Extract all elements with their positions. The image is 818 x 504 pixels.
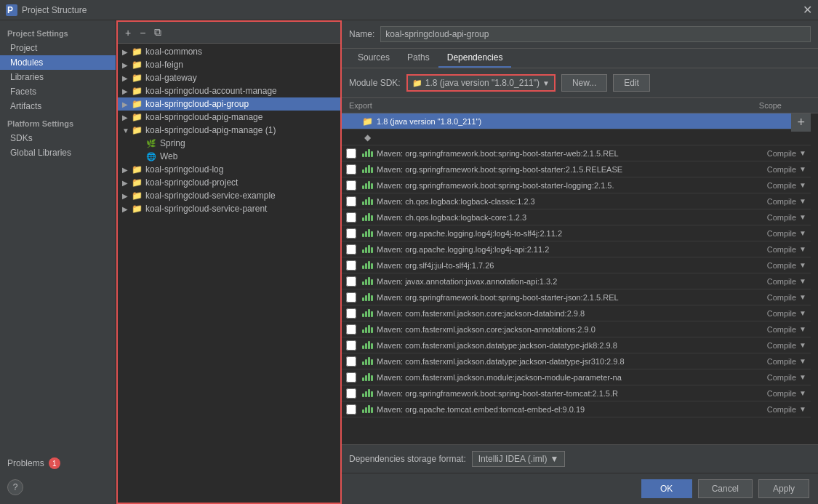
dep-scope-arrow[interactable]: ▼: [799, 181, 806, 189]
copy-module-button[interactable]: ⧉: [151, 25, 164, 40]
dep-row-dep4[interactable]: Maven: ch.qos.logback:logback-classic:1.…: [342, 193, 811, 209]
dep-row-dep16[interactable]: Maven: org.springframework.boot:spring-b…: [342, 385, 811, 401]
folder-icon: 📁: [131, 177, 143, 188]
dep-row-dep1[interactable]: Maven: org.springframework.boot:spring-b…: [342, 145, 811, 161]
tab-dependencies[interactable]: Dependencies: [438, 49, 512, 68]
dep-scope-arrow[interactable]: ▼: [799, 309, 806, 317]
dep-scope-arrow[interactable]: ▼: [799, 341, 806, 349]
dep-checkbox[interactable]: [346, 244, 356, 255]
dep-label: Maven: org.springframework.boot:spring-b…: [377, 293, 753, 302]
help-button[interactable]: ?: [7, 479, 23, 495]
dep-checkbox[interactable]: [346, 372, 356, 383]
ok-button[interactable]: OK: [641, 479, 692, 498]
edit-sdk-button[interactable]: Edit: [613, 74, 650, 92]
dep-row-jdk-1.8[interactable]: 📁1.8 (java version "1.8.0_211"): [342, 113, 811, 129]
tab-paths[interactable]: Paths: [398, 49, 438, 68]
maven-icon: [361, 276, 374, 287]
dep-row-dep10[interactable]: Maven: org.springframework.boot:spring-b…: [342, 289, 811, 305]
dep-checkbox[interactable]: [346, 340, 356, 351]
dep-row-dep14[interactable]: Maven: com.fasterxml.jackson.datatype:ja…: [342, 353, 811, 369]
new-sdk-button[interactable]: New...: [561, 74, 607, 92]
tree-item-koal-springcloud-api-group[interactable]: ▶📁koal-springcloud-api-group: [118, 97, 340, 111]
dep-scope-arrow[interactable]: ▼: [799, 261, 806, 269]
tree-item-koal-commons[interactable]: ▶📁koal-commons: [118, 45, 340, 58]
dep-scope-arrow[interactable]: ▼: [799, 325, 806, 333]
tree-item-koal-feign[interactable]: ▶📁koal-feign: [118, 58, 340, 71]
sidebar-item-sdks[interactable]: SDKs: [0, 131, 116, 145]
folder-icon: 📁: [131, 204, 143, 214]
tree-item-koal-springcloud-account-manage[interactable]: ▶📁koal-springcloud-account-manage: [118, 84, 340, 97]
dep-checkbox[interactable]: [346, 292, 356, 303]
sidebar-item-facets[interactable]: Facets: [0, 84, 116, 99]
folder-icon: 📁: [131, 191, 143, 201]
dep-checkbox[interactable]: [346, 308, 356, 319]
tree-item-web[interactable]: 🌐Web: [118, 150, 340, 163]
sidebar-item-libraries[interactable]: Libraries: [0, 70, 116, 84]
dep-checkbox[interactable]: [346, 212, 356, 223]
tree-item-koal-springcloud-apig-manage-1[interactable]: ▼📁koal-springcloud-apig-manage (1): [118, 124, 340, 137]
tree-item-koal-springcloud-apig-manage[interactable]: ▶📁koal-springcloud-apig-manage: [118, 111, 340, 124]
tree-item-koal-springcloud-log[interactable]: ▶📁koal-springcloud-log: [118, 163, 340, 176]
web-icon: 🌐: [145, 151, 157, 161]
add-module-button[interactable]: +: [122, 25, 134, 40]
remove-module-button[interactable]: −: [137, 25, 148, 40]
dep-scope-arrow[interactable]: ▼: [799, 357, 806, 365]
dep-scope-arrow[interactable]: ▼: [799, 149, 806, 157]
dep-scope-arrow[interactable]: ▼: [799, 373, 806, 381]
tree-item-koal-springcloud-service-parent[interactable]: ▶📁koal-springcloud-service-parent: [118, 202, 340, 215]
maven-icon: [361, 180, 374, 191]
dep-checkbox[interactable]: [346, 196, 356, 207]
name-input[interactable]: [380, 26, 811, 42]
dep-scope-arrow[interactable]: ▼: [799, 165, 806, 173]
dep-checkbox[interactable]: [346, 180, 356, 191]
dep-row-dep5[interactable]: Maven: ch.qos.logback:logback-core:1.2.3…: [342, 209, 811, 225]
sdk-selector[interactable]: 📁 1.8 (java version "1.8.0_211") ▼: [406, 74, 556, 92]
dep-row-dep11[interactable]: Maven: com.fasterxml.jackson.core:jackso…: [342, 305, 811, 321]
dep-row-dep15[interactable]: Maven: com.fasterxml.jackson.module:jack…: [342, 369, 811, 385]
dep-row-dep12[interactable]: Maven: com.fasterxml.jackson.core:jackso…: [342, 321, 811, 337]
dep-scope-arrow[interactable]: ▼: [799, 389, 806, 397]
dep-checkbox[interactable]: [346, 148, 356, 159]
dep-row-dep2[interactable]: Maven: org.springframework.boot:spring-b…: [342, 161, 811, 177]
dep-row-dep7[interactable]: Maven: org.apache.logging.log4j:log4j-ap…: [342, 241, 811, 257]
storage-selector[interactable]: IntelliJ IDEA (.iml) ▼: [472, 451, 566, 467]
apply-button[interactable]: Apply: [758, 479, 809, 498]
dep-scope-arrow[interactable]: ▼: [799, 213, 806, 221]
tree-item-koal-springcloud-project[interactable]: ▶📁koal-springcloud-project: [118, 176, 340, 189]
add-dependency-button[interactable]: +: [791, 113, 811, 132]
sidebar-item-global-libraries[interactable]: Global Libraries: [0, 145, 116, 160]
tab-sources[interactable]: Sources: [349, 49, 398, 68]
dep-scope-arrow[interactable]: ▼: [799, 405, 806, 413]
sidebar-item-project[interactable]: Project: [0, 41, 116, 55]
dep-scope-arrow[interactable]: ▼: [799, 229, 806, 237]
dep-row-dep9[interactable]: Maven: javax.annotation:javax.annotation…: [342, 273, 811, 289]
cancel-button[interactable]: Cancel: [698, 479, 753, 498]
module-source-icon: ◆: [361, 132, 374, 143]
dep-row-module-source[interactable]: ◆: [342, 129, 811, 145]
sidebar-item-modules[interactable]: Modules: [0, 55, 116, 70]
sidebar-item-problems[interactable]: Problems 1: [0, 453, 116, 473]
dep-checkbox[interactable]: [346, 356, 356, 367]
tree-item-spring[interactable]: 🌿Spring: [118, 137, 340, 150]
dep-row-dep17[interactable]: Maven: org.apache.tomcat.embed:tomcat-em…: [342, 401, 811, 417]
dep-row-dep8[interactable]: Maven: org.slf4j:jul-to-slf4j:1.7.26Comp…: [342, 257, 811, 273]
dep-scope-arrow[interactable]: ▼: [799, 245, 806, 253]
dep-checkbox[interactable]: [346, 404, 356, 415]
dep-checkbox[interactable]: [346, 164, 356, 175]
dep-checkbox[interactable]: [346, 324, 356, 335]
dep-checkbox[interactable]: [346, 228, 356, 239]
sidebar-item-artifacts[interactable]: Artifacts: [0, 99, 116, 113]
dep-row-dep13[interactable]: Maven: com.fasterxml.jackson.datatype:ja…: [342, 337, 811, 353]
dep-row-dep3[interactable]: Maven: org.springframework.boot:spring-b…: [342, 177, 811, 193]
deps-scroll[interactable]: 📁1.8 (java version "1.8.0_211")◆ Maven: …: [342, 113, 818, 444]
dep-scope-arrow[interactable]: ▼: [799, 293, 806, 301]
dep-scope-arrow[interactable]: ▼: [799, 197, 806, 205]
dep-row-dep6[interactable]: Maven: org.apache.logging.log4j:log4j-to…: [342, 225, 811, 241]
dep-checkbox[interactable]: [346, 388, 356, 399]
dep-checkbox[interactable]: [346, 276, 356, 287]
tree-item-koal-springcloud-service-example[interactable]: ▶📁koal-springcloud-service-example: [118, 189, 340, 202]
tree-item-koal-gateway[interactable]: ▶📁koal-gateway: [118, 71, 340, 84]
close-button[interactable]: ✕: [803, 4, 812, 16]
dep-checkbox[interactable]: [346, 260, 356, 271]
dep-scope-arrow[interactable]: ▼: [799, 277, 806, 285]
